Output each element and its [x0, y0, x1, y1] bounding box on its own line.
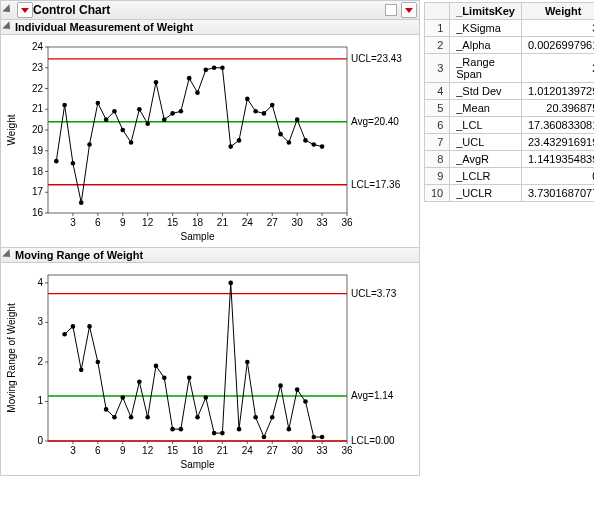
limits-key-cell: _Alpha	[450, 37, 522, 54]
svg-text:23: 23	[32, 62, 44, 73]
svg-point-136	[154, 364, 159, 369]
svg-text:33: 33	[317, 217, 329, 228]
svg-point-126	[71, 324, 76, 329]
svg-point-66	[195, 90, 200, 95]
row-index: 4	[425, 83, 450, 100]
svg-point-151	[278, 383, 283, 388]
table-row[interactable]: 4_Std Dev1.0120139729	[425, 83, 595, 100]
disclosure-icon[interactable]	[2, 249, 13, 260]
svg-text:27: 27	[267, 217, 279, 228]
limits-key-header[interactable]: _LimitsKey	[450, 3, 522, 20]
svg-text:4: 4	[37, 277, 43, 288]
limits-key-cell: _KSigma	[450, 20, 522, 37]
svg-point-125	[62, 332, 67, 337]
chart2-svg: 01234369121518212427303336UCL=3.73Avg=1.…	[3, 267, 417, 471]
svg-point-156	[320, 435, 325, 440]
svg-point-49	[54, 159, 59, 164]
weight-cell: 17.360833081	[521, 117, 594, 134]
weight-header[interactable]: Weight	[521, 3, 594, 20]
table-row[interactable]: 1_KSigma3	[425, 20, 595, 37]
svg-point-55	[104, 117, 109, 122]
svg-point-53	[87, 142, 92, 147]
svg-point-68	[212, 65, 217, 70]
svg-point-62	[162, 117, 167, 122]
chart1-svg: 161718192021222324369121518212427303336U…	[3, 39, 417, 243]
row-index: 2	[425, 37, 450, 54]
svg-point-140	[187, 375, 192, 380]
svg-text:18: 18	[32, 166, 44, 177]
main-panel-title: Control Chart	[33, 3, 110, 17]
svg-text:19: 19	[32, 145, 44, 156]
svg-text:Moving Range of Weight: Moving Range of Weight	[6, 303, 17, 413]
left-panel: Control Chart Individual Measurement of …	[0, 0, 420, 521]
table-row[interactable]: 6_LCL17.360833081	[425, 117, 595, 134]
svg-point-67	[204, 68, 209, 73]
svg-point-146	[237, 427, 242, 432]
table-row[interactable]: 9_LCLR0	[425, 168, 595, 185]
svg-point-150	[270, 415, 275, 420]
svg-point-52	[79, 200, 84, 205]
svg-point-73	[253, 109, 258, 114]
svg-text:3: 3	[37, 316, 43, 327]
svg-text:6: 6	[95, 445, 101, 456]
svg-point-76	[278, 132, 283, 137]
svg-text:20: 20	[32, 124, 44, 135]
svg-point-129	[96, 360, 101, 365]
table-row[interactable]: 2_Alpha0.0026997961	[425, 37, 595, 54]
chart2-header[interactable]: Moving Range of Weight	[0, 248, 420, 263]
weight-cell: 1.0120139729	[521, 83, 594, 100]
chart2-title: Moving Range of Weight	[15, 249, 143, 261]
svg-point-148	[253, 415, 258, 420]
svg-point-54	[96, 101, 101, 106]
svg-text:21: 21	[32, 103, 44, 114]
menu-triangle-icon	[21, 8, 29, 13]
svg-text:15: 15	[167, 217, 179, 228]
panel-option-box[interactable]	[385, 4, 397, 16]
svg-text:Weight: Weight	[6, 114, 17, 145]
limits-key-cell: _UCLR	[450, 185, 522, 202]
row-index: 6	[425, 117, 450, 134]
svg-point-70	[228, 144, 233, 149]
table-row[interactable]: 7_UCL23.432916919	[425, 134, 595, 151]
limits-key-cell: _LCL	[450, 117, 522, 134]
svg-point-69	[220, 65, 225, 70]
svg-text:22: 22	[32, 83, 44, 94]
svg-text:24: 24	[32, 41, 44, 52]
table-row[interactable]: 8_AvgR1.1419354839	[425, 151, 595, 168]
table-row[interactable]: 3_Range Span2	[425, 54, 595, 83]
table-row[interactable]: 10_UCLR3.7301687077	[425, 185, 595, 202]
svg-text:15: 15	[167, 445, 179, 456]
svg-point-152	[287, 427, 292, 432]
panel-menu-button-right[interactable]	[401, 2, 417, 18]
limits-key-cell: _Range Span	[450, 54, 522, 83]
svg-text:UCL=3.73: UCL=3.73	[351, 288, 397, 299]
weight-cell: 1.1419354839	[521, 151, 594, 168]
svg-text:36: 36	[341, 217, 353, 228]
svg-text:27: 27	[267, 445, 279, 456]
svg-point-144	[220, 431, 225, 436]
row-index-header[interactable]	[425, 3, 450, 20]
chart2-area: 01234369121518212427303336UCL=3.73Avg=1.…	[0, 263, 420, 476]
disclosure-icon[interactable]	[2, 4, 13, 15]
svg-point-80	[311, 142, 316, 147]
chart1-header[interactable]: Individual Measurement of Weight	[0, 20, 420, 35]
svg-text:3: 3	[70, 445, 76, 456]
svg-text:21: 21	[217, 445, 229, 456]
svg-point-79	[303, 138, 308, 143]
svg-point-147	[245, 360, 250, 365]
svg-text:36: 36	[341, 445, 353, 456]
table-row[interactable]: 5_Mean20.396875	[425, 100, 595, 117]
panel-menu-button[interactable]	[17, 2, 33, 18]
svg-text:24: 24	[242, 445, 254, 456]
svg-text:Avg=1.14: Avg=1.14	[351, 390, 394, 401]
svg-text:0: 0	[37, 435, 43, 446]
svg-text:2: 2	[37, 356, 43, 367]
main-panel-header[interactable]: Control Chart	[0, 0, 420, 20]
svg-point-137	[162, 375, 167, 380]
svg-text:12: 12	[142, 217, 154, 228]
disclosure-icon[interactable]	[2, 21, 13, 32]
svg-point-134	[137, 379, 142, 384]
svg-text:Sample: Sample	[181, 459, 215, 470]
row-index: 7	[425, 134, 450, 151]
svg-point-78	[295, 117, 300, 122]
